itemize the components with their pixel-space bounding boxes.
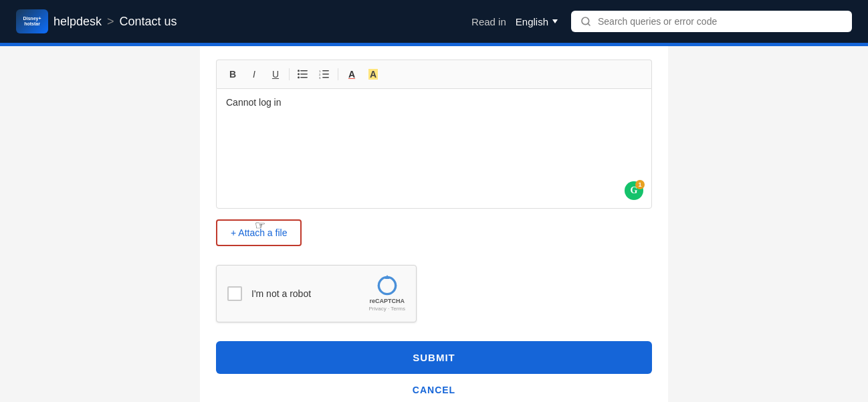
- search-input[interactable]: [598, 16, 843, 27]
- recaptcha-label: I'm not a robot: [251, 288, 359, 299]
- search-icon: [580, 16, 591, 27]
- bullet-list-icon: [298, 70, 308, 79]
- svg-line-1: [588, 23, 590, 25]
- contact-us-label: Contact us: [120, 15, 177, 29]
- svg-rect-9: [322, 74, 329, 75]
- recaptcha-arrows-icon: [376, 275, 398, 296]
- highlight-button[interactable]: A: [364, 66, 383, 83]
- svg-text:3.: 3.: [319, 76, 321, 80]
- bullet-list-button[interactable]: [294, 66, 312, 83]
- toolbar-divider-1: [289, 68, 290, 80]
- chevron-down-icon: [552, 19, 558, 23]
- editor-content: Cannot log in: [226, 97, 642, 108]
- recaptcha-separator: ·: [388, 306, 389, 312]
- helpdesk-label: helpdesk: [53, 15, 102, 29]
- ordered-list-button[interactable]: 1. 2. 3.: [315, 66, 334, 83]
- svg-rect-8: [322, 70, 329, 72]
- read-in-label: Read in: [471, 16, 506, 27]
- highlight-label: A: [368, 69, 378, 80]
- attach-file-wrapper: + Attach a file ☞: [216, 209, 302, 246]
- attach-file-button[interactable]: + Attach a file: [216, 219, 302, 246]
- ordered-list-icon: 1. 2. 3.: [319, 70, 330, 79]
- logo-link[interactable]: Disney+hotstar helpdesk: [16, 9, 102, 33]
- bold-button[interactable]: B: [223, 66, 242, 83]
- editor-area[interactable]: Cannot log in G 1: [216, 88, 652, 209]
- svg-rect-2: [300, 70, 308, 72]
- svg-rect-4: [300, 77, 308, 78]
- main-content: B I U 1. 2. 3. A: [200, 46, 668, 402]
- submit-button[interactable]: SUBMIT: [216, 341, 652, 374]
- italic-button[interactable]: I: [245, 66, 263, 83]
- toolbar-divider-2: [338, 68, 338, 80]
- svg-rect-10: [322, 77, 329, 78]
- recaptcha-brand-text: reCAPTCHA Privacy · Terms: [368, 298, 405, 312]
- recaptcha-wrapper: I'm not a robot reCAPTCHA Privacy · Term…: [216, 265, 652, 322]
- editor-toolbar: B I U 1. 2. 3. A: [216, 60, 652, 88]
- underline-button[interactable]: U: [266, 66, 285, 83]
- recaptcha-logo: reCAPTCHA Privacy · Terms: [368, 275, 405, 312]
- language-selector[interactable]: Read in English: [471, 16, 558, 27]
- grammarly-count: 1: [635, 180, 645, 189]
- language-value: English: [516, 16, 548, 27]
- svg-point-7: [298, 76, 300, 78]
- logo-icon: Disney+hotstar: [16, 9, 48, 33]
- breadcrumb-separator: >: [107, 15, 114, 29]
- search-bar: [571, 11, 852, 32]
- cancel-button[interactable]: CANCEL: [216, 385, 652, 395]
- site-header: Disney+hotstar helpdesk > Contact us Rea…: [0, 0, 868, 43]
- recaptcha-box: I'm not a robot reCAPTCHA Privacy · Term…: [216, 265, 417, 322]
- svg-point-5: [298, 70, 300, 72]
- grammarly-badge[interactable]: G 1: [625, 181, 643, 200]
- svg-rect-3: [300, 74, 308, 75]
- font-color-button[interactable]: A: [342, 66, 361, 83]
- recaptcha-terms-link[interactable]: Terms: [391, 306, 405, 312]
- recaptcha-checkbox[interactable]: [227, 286, 242, 301]
- svg-point-6: [298, 73, 300, 75]
- font-color-label: A: [348, 69, 355, 80]
- recaptcha-privacy-link[interactable]: Privacy: [368, 306, 386, 312]
